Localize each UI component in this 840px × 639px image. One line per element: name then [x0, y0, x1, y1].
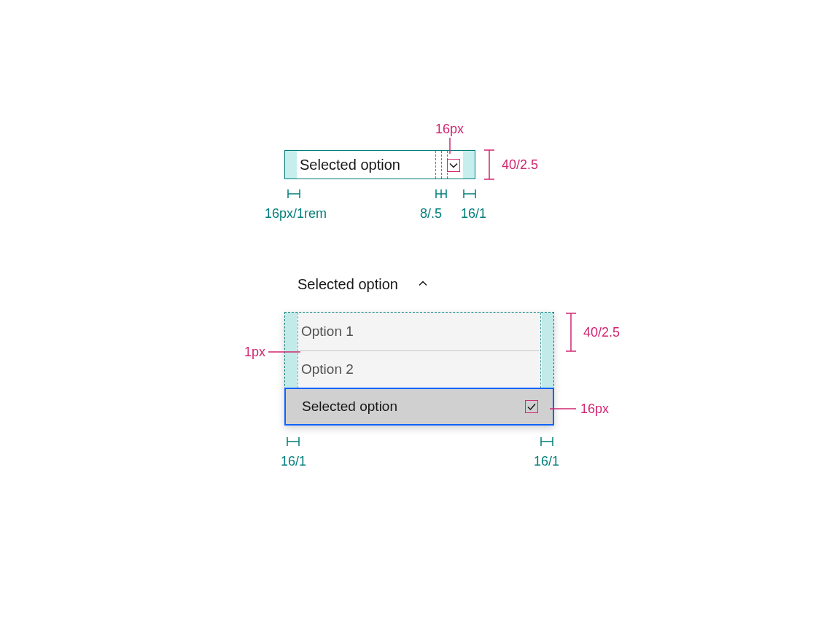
- annotation-check-size: 16px: [580, 401, 609, 417]
- chevron-up-icon: [417, 276, 429, 293]
- annotation-closed-gap: 8/.5: [420, 206, 442, 222]
- menu-item-label: Option 2: [301, 361, 354, 377]
- padding-left-overlay: [285, 151, 297, 179]
- open-dropdown-trigger[interactable]: Selected option: [284, 273, 554, 296]
- annotation-divider: 1px: [244, 345, 265, 360]
- annotation-icon-size: 16px: [435, 122, 464, 137]
- menu-item-label: Selected option: [302, 399, 397, 415]
- annotation-open-pad-left: 16/1: [281, 454, 306, 469]
- menu-item-selected[interactable]: Selected option: [284, 388, 554, 426]
- menu-item-option1[interactable]: Option 1: [285, 313, 553, 350]
- guide-dash: [435, 151, 436, 179]
- checkmark-icon: [525, 400, 538, 413]
- padding-right-overlay: [463, 151, 475, 179]
- annotation-closed-height: 40/2.5: [502, 157, 538, 173]
- annotation-open-pad-right: 16/1: [534, 454, 559, 469]
- guide-dash: [441, 151, 442, 179]
- annotation-row-height: 40/2.5: [583, 325, 620, 340]
- closed-dropdown[interactable]: Selected option: [284, 150, 475, 179]
- annotation-closed-pad-left: 16px/1rem: [265, 206, 327, 222]
- chevron-down-icon: [447, 159, 460, 172]
- open-dropdown-spec: Selected option Option 1 Option 2 Select…: [284, 273, 554, 426]
- menu-item-option2[interactable]: Option 2: [285, 350, 553, 388]
- annotation-closed-pad-right: 16/1: [461, 206, 486, 222]
- dropdown-menu: Option 1 Option 2 Selected option: [284, 312, 554, 426]
- menu-item-label: Option 1: [301, 324, 354, 340]
- closed-dropdown-spec: Selected option: [284, 150, 475, 179]
- open-trigger-label: Selected option: [298, 276, 398, 293]
- closed-dropdown-label: Selected option: [300, 157, 400, 173]
